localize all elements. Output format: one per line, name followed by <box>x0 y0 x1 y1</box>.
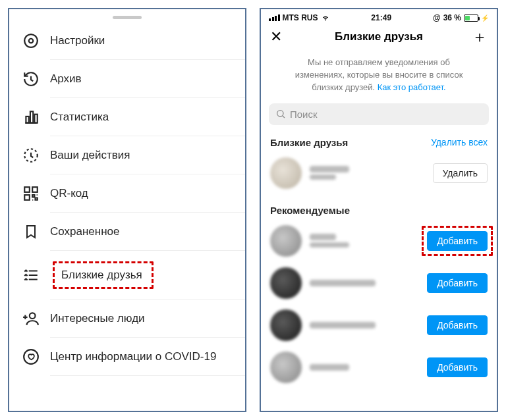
svg-point-1 <box>29 39 34 43</box>
friends-section-header: Близкие друзья Удалить всех <box>261 128 497 152</box>
close-friends-screen: MTS RUS 21:49 @ 36 % ⚡ ✕ Близкие друзья … <box>260 8 498 412</box>
menu-label: Центр информации о COVID-19 <box>50 350 233 363</box>
menu-item-saved[interactable]: Сохраненное <box>9 213 245 251</box>
menu-label: Статистика <box>50 111 233 124</box>
recommended-row: Добавить <box>261 262 497 304</box>
menu-item-insights[interactable]: Статистика <box>9 98 245 136</box>
svg-rect-7 <box>32 187 38 192</box>
close-icon: ✕ <box>270 28 282 45</box>
svg-rect-8 <box>24 195 30 200</box>
recommended-header: Рекомендуемые <box>261 194 497 220</box>
avatar[interactable] <box>270 267 302 299</box>
wifi-icon <box>321 14 330 22</box>
avatar[interactable] <box>270 352 302 383</box>
add-button[interactable]: ＋ <box>470 29 488 45</box>
recommended-row: Добавить <box>261 304 497 346</box>
settings-sheet: Настройки Архив Статистика Ваши действия… <box>8 8 246 412</box>
menu-item-discover[interactable]: Интересные люди <box>9 300 245 338</box>
menu-label: Ваши действия <box>50 149 233 162</box>
history-icon <box>21 69 41 89</box>
close-button[interactable]: ✕ <box>270 30 287 44</box>
avatar[interactable] <box>270 157 302 189</box>
add-button[interactable]: Добавить <box>427 231 488 251</box>
svg-rect-4 <box>34 115 37 123</box>
menu-item-archive[interactable]: Архив <box>9 60 245 98</box>
info-text: Мы не отправляем уведомления об изменени… <box>261 49 497 101</box>
search-input[interactable]: Поиск <box>269 103 489 125</box>
avatar[interactable] <box>270 225 302 257</box>
how-it-works-link[interactable]: Как это работает. <box>378 82 446 92</box>
svg-point-9 <box>30 313 36 319</box>
search-icon <box>275 109 286 119</box>
battery-icon <box>464 14 478 22</box>
svg-rect-2 <box>26 117 28 123</box>
menu-item-settings[interactable]: Настройки <box>9 22 245 60</box>
menu-label: Сохраненное <box>50 225 233 238</box>
signal-icon <box>269 14 280 21</box>
svg-point-11 <box>277 111 283 117</box>
search-placeholder: Поиск <box>290 109 318 120</box>
svg-rect-3 <box>30 111 33 122</box>
add-button[interactable]: Добавить <box>427 315 488 335</box>
status-bar: MTS RUS 21:49 @ 36 % ⚡ <box>261 9 497 24</box>
recommended-name <box>310 280 427 286</box>
add-button[interactable]: Добавить <box>427 357 488 377</box>
info-heart-icon <box>21 347 41 367</box>
drag-handle[interactable] <box>113 16 142 19</box>
charging-icon: ⚡ <box>481 14 489 22</box>
bar-chart-icon <box>21 107 41 127</box>
menu-label: Настройки <box>50 34 233 47</box>
recommended-name <box>310 234 427 248</box>
menu-label: Интересные люди <box>50 312 233 325</box>
header-title: Близкие друзья <box>287 30 470 43</box>
menu-label: Близкие друзья <box>61 269 142 281</box>
recommended-row: Добавить <box>261 346 497 388</box>
svg-point-10 <box>24 350 38 364</box>
battery-percent: 36 % <box>443 13 461 22</box>
recommended-name <box>310 322 427 328</box>
avatar[interactable] <box>270 309 302 341</box>
plus-icon: ＋ <box>472 28 488 45</box>
bookmark-icon <box>21 222 41 242</box>
menu-item-close-friends[interactable]: Близкие друзья <box>9 251 245 300</box>
menu-item-qr[interactable]: QR-код <box>9 174 245 213</box>
carrier-label: MTS RUS <box>283 13 318 22</box>
friend-row: Удалить <box>261 152 497 194</box>
recommended-row: Добавить <box>261 220 497 262</box>
close-friends-icon <box>21 265 41 285</box>
friend-name <box>310 166 433 180</box>
screen-header: ✕ Близкие друзья ＋ <box>261 24 497 49</box>
svg-point-0 <box>24 34 38 47</box>
status-time: 21:49 <box>371 13 391 22</box>
gear-icon <box>21 31 41 51</box>
clear-all-link[interactable]: Удалить всех <box>431 137 488 147</box>
qr-icon <box>21 184 41 203</box>
remove-button[interactable]: Удалить <box>433 163 488 183</box>
menu-item-covid[interactable]: Центр информации о COVID-19 <box>9 338 245 376</box>
recommended-name <box>310 364 427 371</box>
svg-rect-6 <box>24 187 30 192</box>
menu-label: QR-код <box>50 187 233 200</box>
activity-icon <box>21 145 41 165</box>
menu-label: Архив <box>50 72 233 86</box>
menu-item-activity[interactable]: Ваши действия <box>9 136 245 174</box>
discover-people-icon <box>21 309 41 328</box>
add-button[interactable]: Добавить <box>427 273 488 293</box>
activity-indicator-icon: @ <box>433 13 441 22</box>
